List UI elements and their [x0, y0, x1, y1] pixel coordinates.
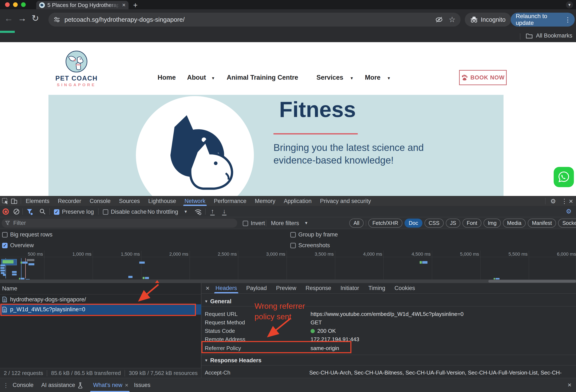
window-minimize-button[interactable] — [13, 2, 18, 7]
tab-close-icon[interactable]: × — [122, 2, 126, 8]
invert-checkbox[interactable]: Invert — [243, 220, 265, 227]
throttling-caret-icon[interactable]: ▾ — [185, 209, 187, 214]
new-tab-button[interactable]: + — [133, 1, 138, 10]
devtools-tab-elements[interactable]: Elements — [26, 196, 50, 206]
site-settings-icon[interactable] — [54, 16, 60, 23]
window-close-button[interactable] — [5, 2, 10, 7]
devtools-tab-memory[interactable]: Memory — [255, 196, 275, 206]
filter-input[interactable] — [13, 220, 234, 227]
details-tab-timing[interactable]: Timing — [369, 283, 385, 293]
filter-pill-css[interactable]: CSS — [425, 218, 444, 228]
drawer-kebab-menu-icon[interactable]: ⋮ — [3, 382, 9, 389]
nav-about[interactable]: About — [187, 74, 206, 81]
inspect-element-icon[interactable] — [2, 198, 9, 204]
devtools-settings-gear-icon[interactable]: ⚙ — [550, 197, 556, 205]
nav-animal-training-centre[interactable]: Animal Training Centre — [227, 74, 298, 81]
reload-button[interactable]: ↻ — [32, 14, 39, 23]
all-bookmarks-button[interactable]: All Bookmarks — [526, 32, 573, 39]
devtools-tab-sources[interactable]: Sources — [119, 196, 140, 206]
drawer-close-icon[interactable]: × — [568, 381, 572, 389]
request-row-hydrotherapy[interactable]: hydrotherapy-dogs-singapore/ — [0, 295, 201, 304]
clear-network-log-icon[interactable] — [13, 208, 20, 215]
tab-search-chevron-icon[interactable]: ▾ — [566, 1, 573, 8]
relaunch-to-update-button[interactable]: Relaunch to update ⋮ — [511, 13, 575, 27]
devtools-tab-network[interactable]: Network — [185, 196, 205, 206]
browser-tab[interactable]: 5 Places for Dog Hydrotherap × — [36, 1, 129, 9]
response-headers-section-header[interactable]: ▼ Response Headers — [204, 357, 261, 364]
section-collapse-icon[interactable]: ▼ — [204, 358, 208, 363]
book-now-button[interactable]: BOOK NOW — [459, 70, 507, 85]
group-by-frame-checkbox-box[interactable] — [290, 232, 296, 238]
filter-pill-all[interactable]: All — [349, 218, 364, 228]
request-table-header[interactable]: Name — [0, 283, 201, 294]
screenshots-checkbox-box[interactable] — [290, 243, 296, 248]
forward-button[interactable]: → — [18, 14, 27, 23]
devtools-tab-recorder[interactable]: Recorder — [58, 196, 81, 206]
devtools-tab-application[interactable]: Application — [284, 196, 312, 206]
name-column-header[interactable]: Name — [2, 285, 17, 292]
nav-home[interactable]: Home — [158, 74, 176, 81]
filter-pill-js[interactable]: JS — [446, 218, 460, 228]
devtools-tab-privacy-security[interactable]: Privacy and security — [320, 196, 371, 206]
preserve-log-checkbox-box[interactable]: ✓ — [54, 209, 59, 215]
filter-input-wrap[interactable] — [2, 218, 237, 228]
big-request-rows-checkbox-box[interactable] — [2, 232, 8, 238]
drawer-whats-new-close-icon[interactable]: × — [125, 382, 128, 389]
filter-funnel-icon[interactable] — [26, 208, 33, 215]
drawer-tab-issues[interactable]: Issues — [134, 378, 150, 392]
address-bar[interactable]: petcoach.sg/hydrotherapy-dogs-singapore/… — [49, 13, 461, 27]
section-collapse-icon[interactable]: ▼ — [204, 299, 208, 304]
throttling-select[interactable]: No throttling — [147, 209, 178, 215]
browser-menu-kebab-icon[interactable]: ⋮ — [565, 16, 571, 23]
eye-off-icon[interactable] — [435, 16, 443, 23]
network-settings-gear-icon[interactable]: ⚙ — [566, 208, 572, 215]
filter-pill-doc[interactable]: Doc — [404, 218, 422, 228]
overview-checkbox-box[interactable]: ✓ — [2, 243, 8, 248]
general-section-header[interactable]: ▼ General — [204, 298, 231, 305]
devtools-tab-console[interactable]: Console — [90, 196, 111, 206]
record-network-log-button[interactable] — [2, 209, 9, 215]
window-zoom-button[interactable] — [21, 2, 26, 7]
drawer-tab-ai-assistance[interactable]: AI assistance — [41, 378, 83, 392]
request-url-value[interactable]: https://www.youtube.com/embed/p_W1d_4WL5… — [311, 311, 463, 317]
filter-pill-img[interactable]: Img — [484, 218, 501, 228]
overview-checkbox[interactable]: ✓ Overview — [2, 242, 34, 249]
request-row-youtube-embed[interactable]: p_W1d_4WL5c?playsinline=0 — [0, 304, 201, 315]
request-name[interactable]: hydrotherapy-dogs-singapore/ — [10, 296, 86, 303]
details-tab-payload[interactable]: Payload — [246, 283, 267, 293]
search-icon[interactable] — [39, 208, 46, 215]
details-tab-response[interactable]: Response — [306, 283, 331, 293]
screenshots-checkbox[interactable]: Screenshots — [290, 242, 330, 249]
network-conditions-icon[interactable] — [194, 208, 202, 215]
petcoach-logo[interactable]: PET COACH SINGAPORE — [54, 51, 99, 87]
more-filters-button[interactable]: More filters — [271, 220, 299, 227]
filter-pill-manifest[interactable]: Manifest — [528, 218, 556, 228]
filter-pill-socket[interactable]: Socket — [558, 218, 576, 228]
close-details-icon[interactable]: × — [206, 284, 210, 292]
devtools-tab-performance[interactable]: Performance — [214, 196, 247, 206]
devtools-kebab-menu-icon[interactable]: ⋮ — [561, 197, 568, 205]
devtools-tab-lighthouse[interactable]: Lighthouse — [148, 196, 176, 206]
drawer-tab-whats-new[interactable]: What's new × — [93, 378, 128, 392]
invert-checkbox-box[interactable] — [243, 221, 248, 226]
big-request-rows-checkbox[interactable]: Big request rows — [2, 231, 53, 238]
scroll-thumb[interactable] — [488, 280, 576, 283]
disable-cache-checkbox-box[interactable] — [103, 209, 108, 215]
preserve-log-checkbox[interactable]: ✓ Preserve log — [54, 209, 94, 215]
filter-pill-font[interactable]: Font — [462, 218, 481, 228]
nav-more[interactable]: More — [365, 74, 380, 81]
url-text[interactable]: petcoach.sg/hydrotherapy-dogs-singapore/ — [64, 16, 435, 23]
devtools-close-icon[interactable]: × — [569, 197, 573, 205]
details-tab-headers[interactable]: Headers — [216, 283, 237, 293]
disable-cache-checkbox[interactable]: Disable cache — [103, 209, 147, 215]
filter-pill-fetch-xhr[interactable]: Fetch/XHR — [368, 218, 403, 228]
details-tab-cookies[interactable]: Cookies — [395, 283, 415, 293]
back-button[interactable]: ← — [4, 14, 13, 23]
bookmark-star-icon[interactable]: ☆ — [449, 15, 456, 24]
drawer-tab-console[interactable]: Console — [13, 378, 33, 392]
details-tab-preview[interactable]: Preview — [276, 283, 296, 293]
device-toolbar-icon[interactable] — [11, 198, 18, 204]
overview-scroll-strip[interactable] — [0, 279, 576, 283]
whatsapp-button[interactable] — [554, 167, 574, 187]
filter-pill-media[interactable]: Media — [503, 218, 526, 228]
